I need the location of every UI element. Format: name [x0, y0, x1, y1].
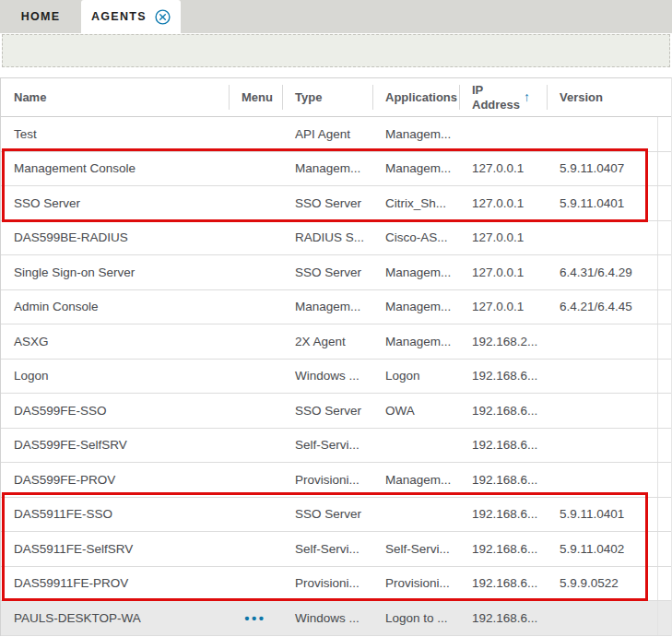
table-row[interactable]: ASXG 2X Agent Managem... 192.168.2...: [1, 324, 671, 360]
table-row[interactable]: Management Console Managem... Managem...…: [1, 152, 671, 187]
table-row[interactable]: Test API Agent Managem...: [1, 117, 671, 152]
cell-ip-address: 192.168.6...: [459, 394, 547, 428]
cell-gutter: [657, 324, 671, 359]
cell-applications: Logon to ...: [372, 601, 459, 635]
cell-gutter: [657, 255, 671, 289]
column-header-menu[interactable]: Menu: [229, 78, 282, 116]
cell-type: SSO Server: [282, 498, 372, 532]
cell-ip-address: 192.168.6...: [459, 567, 547, 601]
cell-applications: Self-Servi...: [372, 532, 459, 566]
cell-ip-address: 192.168.6...: [459, 463, 547, 497]
cell-gutter: [657, 498, 671, 532]
column-header-applications[interactable]: Applications: [372, 78, 459, 116]
cell-type: Managem...: [282, 152, 372, 186]
table-row[interactable]: DAS59911FE-PROV Provisioni... Provisioni…: [1, 567, 671, 602]
cell-ip-address: 192.168.2...: [459, 324, 547, 359]
cell-name: DAS59911FE-PROV: [1, 567, 229, 601]
agents-table: Name Menu Type Applications IP Address ↑…: [0, 77, 672, 636]
cell-gutter: [657, 117, 671, 151]
cell-version: [547, 324, 657, 359]
column-header-type[interactable]: Type: [282, 78, 372, 116]
header-gutter: [657, 78, 671, 116]
cell-type: Windows ...: [282, 601, 372, 635]
table-row[interactable]: DAS599FE-SelfSRV Self-Servi... 192.168.6…: [1, 429, 671, 464]
column-header-name[interactable]: Name: [1, 78, 229, 116]
table-row[interactable]: DAS599BE-RADIUS RADIUS S... Cisco-AS... …: [1, 221, 671, 256]
tab-home[interactable]: HOME: [0, 0, 81, 33]
cell-type: Managem...: [282, 290, 372, 324]
cell-menu: [229, 324, 282, 359]
cell-type: SSO Server: [282, 186, 372, 220]
cell-menu: [229, 360, 282, 394]
sort-ascending-icon[interactable]: ↑: [524, 89, 530, 105]
cell-menu: [229, 498, 282, 532]
cell-type: Self-Servi...: [282, 532, 372, 566]
cell-ip-address: 192.168.6...: [459, 429, 547, 463]
cell-menu: [229, 186, 282, 220]
cell-type: RADIUS S...: [282, 221, 372, 255]
cell-menu: [229, 117, 282, 151]
table-row[interactable]: DAS5911FE-SSO SSO Server 192.168.6... 5.…: [1, 498, 671, 533]
agents-screen: HOME AGENTS Name Menu Type: [0, 0, 672, 637]
cell-applications: Logon: [372, 360, 459, 394]
cell-ip-address: 192.168.6...: [459, 532, 547, 566]
cell-ip-address: 127.0.0.1: [459, 221, 547, 255]
table-row[interactable]: Single Sign-on Server SSO Server Managem…: [1, 255, 671, 290]
cell-applications: Managem...: [372, 324, 459, 359]
tab-home-label: HOME: [21, 10, 61, 23]
cell-menu: [229, 290, 282, 324]
cell-version: [547, 601, 657, 635]
table-row[interactable]: DAS5911FE-SelfSRV Self-Servi... Self-Ser…: [1, 532, 671, 567]
table-row[interactable]: Admin Console Managem... Managem... 127.…: [1, 290, 671, 325]
cell-menu: [229, 463, 282, 497]
cell-ip-address: 192.168.6...: [459, 360, 547, 394]
table-row[interactable]: SSO Server SSO Server Citrix_Sh... 127.0…: [1, 186, 671, 221]
cell-menu: [229, 567, 282, 601]
cell-applications: [372, 429, 459, 463]
cell-gutter: [657, 429, 671, 463]
table-row[interactable]: Logon Windows ... Logon 192.168.6...: [1, 360, 671, 395]
cell-version: [547, 394, 657, 428]
table-header-row: Name Menu Type Applications IP Address ↑…: [1, 78, 671, 117]
table-row[interactable]: PAULS-DESKTOP-WA ••• Windows ... Logon t…: [1, 601, 671, 636]
cell-type: Provisioni...: [282, 567, 372, 601]
table-row[interactable]: DAS599FE-PROV Provisioni... Managem... 1…: [1, 463, 671, 498]
cell-applications: Cisco-AS...: [372, 221, 459, 255]
cell-version: 6.4.21/6.4.45: [547, 290, 657, 324]
cell-name: DAS599FE-SelfSRV: [1, 429, 229, 463]
cell-version: 5.9.9.0522: [547, 567, 657, 601]
cell-gutter: [657, 394, 671, 428]
cell-type: SSO Server: [282, 394, 372, 428]
cell-name: Admin Console: [1, 290, 229, 324]
cell-applications: [372, 498, 459, 532]
row-menu-button[interactable]: •••: [229, 601, 282, 635]
tab-bar: HOME AGENTS: [0, 0, 672, 33]
cell-menu: [229, 152, 282, 186]
cell-ip-address: [459, 117, 547, 151]
cell-version: 5.9.11.0401: [547, 186, 657, 220]
close-tab-icon[interactable]: [155, 9, 171, 25]
cell-name: DAS599BE-RADIUS: [1, 221, 229, 255]
cell-gutter: [657, 601, 671, 635]
table-row[interactable]: DAS599FE-SSO SSO Server OWA 192.168.6...: [1, 394, 671, 429]
cell-applications: Managem...: [372, 255, 459, 289]
cell-menu: [229, 532, 282, 566]
cell-applications: Managem...: [372, 290, 459, 324]
cell-name: DAS5911FE-SelfSRV: [1, 532, 229, 566]
cell-version: 6.4.31/6.4.29: [547, 255, 657, 289]
column-header-ip-address[interactable]: IP Address ↑: [459, 78, 547, 116]
cell-gutter: [657, 152, 671, 186]
cell-type: Provisioni...: [282, 463, 372, 497]
cell-ip-address: 192.168.6...: [459, 601, 547, 635]
cell-menu: [229, 429, 282, 463]
cell-menu: [229, 255, 282, 289]
cell-ip-address: 127.0.0.1: [459, 186, 547, 220]
tab-agents-label: AGENTS: [91, 10, 147, 23]
tab-agents[interactable]: AGENTS: [81, 0, 181, 33]
cell-version: [547, 360, 657, 394]
cell-gutter: [657, 221, 671, 255]
cell-version: [547, 117, 657, 151]
filter-drop-zone[interactable]: [2, 34, 670, 67]
column-header-version[interactable]: Version: [547, 78, 657, 116]
cell-version: [547, 463, 657, 497]
